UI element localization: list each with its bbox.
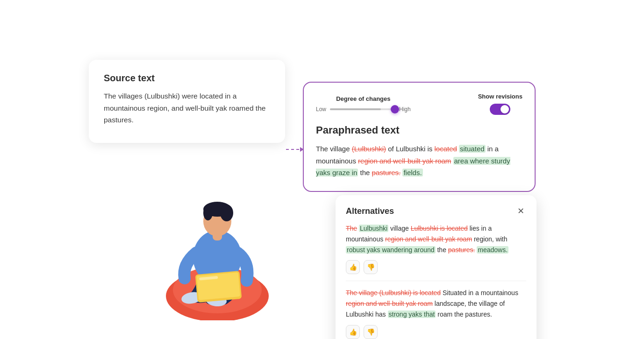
deleted-pastures: pastures. (372, 169, 401, 177)
arrow-connector (286, 147, 304, 152)
toggle-knob (501, 105, 509, 113)
paraphrase-card: Degree of changes Low High Show revision… (303, 82, 536, 192)
thumbdown-button-2[interactable]: 👎 (364, 325, 378, 339)
paraphrase-title: Paraphrased text (316, 124, 522, 136)
alternative-item-2: The village (Lulbushki) is located Situa… (346, 288, 526, 339)
degree-label: Degree of changes (316, 95, 411, 102)
show-revisions-label: Show revisions (478, 93, 522, 100)
show-revisions-toggle[interactable] (490, 104, 510, 115)
alternatives-header: Alternatives ✕ (346, 205, 526, 217)
svg-point-8 (220, 205, 233, 221)
alt1-added-meadows: meadows. (477, 246, 508, 254)
alt1-deleted-region-phrase: region and well-built yak roam (385, 235, 472, 243)
thumbup-button-1[interactable]: 👍 (346, 260, 360, 274)
paraphrase-text: The village (Lulbushki) of Lulbushki is … (316, 143, 522, 179)
alt1-deleted-the: The (346, 225, 357, 232)
illustration (131, 171, 290, 320)
controls-row: Degree of changes Low High Show revision… (316, 93, 522, 115)
source-title: Source text (104, 73, 270, 84)
alt2-added-strong-yaks: strong yaks that (388, 311, 436, 318)
slider-row: Low High (316, 106, 411, 113)
alt-text-1: The Lulbushki village Lulbushki is locat… (346, 223, 526, 255)
deleted-lulbushki-1: (Lulbushki) (352, 145, 386, 153)
feedback-row-2: 👍 👎 (346, 325, 526, 339)
close-button[interactable]: ✕ (515, 205, 526, 217)
deleted-located: located (434, 145, 457, 153)
alt1-added-lulbushki-village: Lulbushki (359, 225, 388, 232)
alt1-deleted-pastures: pastures. (448, 246, 475, 254)
thumbup-button-2[interactable]: 👍 (346, 325, 360, 339)
slider-track[interactable] (330, 108, 395, 110)
thumbdown-button-1[interactable]: 👎 (364, 260, 378, 274)
added-situated: situated (459, 145, 486, 153)
alternatives-card: Alternatives ✕ The Lulbushki village Lul… (336, 195, 537, 339)
deleted-region-phrase: region and well-built yak roam (358, 157, 451, 165)
alt2-deleted-region-phrase: region and well-built yak roam (346, 300, 433, 307)
alt-text-2: The village (Lulbushki) is located Situa… (346, 288, 526, 320)
high-label: High (399, 106, 411, 113)
added-fields: fields. (402, 169, 422, 177)
show-revisions-section: Show revisions (478, 93, 522, 115)
feedback-row-1: 👍 👎 (346, 260, 526, 274)
alternative-item-1: The Lulbushki village Lulbushki is locat… (346, 223, 526, 281)
source-card: Source text The villages (Lulbushki) wer… (89, 60, 285, 143)
low-label: Low (316, 106, 326, 113)
degree-section: Degree of changes Low High (316, 95, 411, 113)
slider-fill (330, 108, 381, 110)
source-text: The villages (Lulbushki) were located in… (104, 90, 270, 126)
dashed-line (286, 149, 299, 150)
svg-point-9 (203, 205, 213, 220)
alt1-added-robust-phrase: robust yaks wandering around (346, 246, 436, 254)
alt2-deleted-village-phrase: The village (Lulbushki) is located (346, 289, 441, 297)
slider-thumb (391, 105, 399, 113)
scene: Source text The villages (Lulbushki) wer… (0, 0, 644, 339)
alt1-deleted-phrase: Lulbushki is located (411, 225, 468, 232)
alternatives-title: Alternatives (346, 206, 394, 216)
svg-rect-11 (197, 272, 240, 300)
arrow-head (300, 147, 304, 152)
